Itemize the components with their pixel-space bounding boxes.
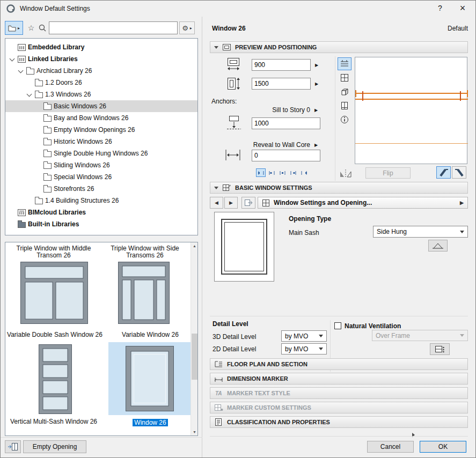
- grid-icon: [340, 73, 349, 83]
- empty-opening-button[interactable]: Empty Opening: [23, 440, 86, 453]
- anchor-position-5-button[interactable]: [299, 168, 309, 177]
- anchor-position-3-button[interactable]: [277, 168, 287, 177]
- place-empty-opening-icon-button[interactable]: [5, 440, 21, 453]
- detail-2d-select[interactable]: by MVO: [281, 343, 327, 354]
- wall-side-inside-button[interactable]: [436, 166, 451, 179]
- tree-item-storefronts[interactable]: Storefronts 26: [5, 183, 197, 195]
- library-item-label-selected[interactable]: Window 26: [107, 419, 193, 426]
- flip-button[interactable]: Flip: [365, 167, 411, 179]
- window-thumbnail-variable-window[interactable]: [118, 262, 170, 324]
- next-page-button[interactable]: ▶: [224, 197, 238, 209]
- anchor-position-2-button[interactable]: [267, 168, 276, 177]
- folder-view-button[interactable]: ▸: [5, 21, 23, 35]
- tree-item-linked-libraries[interactable]: Linked Libraries: [5, 53, 197, 65]
- window-thumbnail-vertical-multi-sash[interactable]: [39, 344, 72, 414]
- page-selector-label: Window Settings and Opening...: [274, 199, 372, 206]
- tree-item-sliding-windows[interactable]: Sliding Windows 26: [5, 159, 197, 171]
- chevron-down-icon[interactable]: [9, 56, 16, 63]
- section-basic-window-settings[interactable]: BASIC WINDOW SETTINGS: [210, 182, 468, 194]
- thumbnail-scrollbar[interactable]: ▲ ▼: [191, 242, 197, 435]
- anchor-position-4-button[interactable]: [288, 168, 298, 177]
- sill-anchor-selector[interactable]: Sill to Story 0 ▶: [240, 106, 320, 114]
- tree-item-doors[interactable]: 1.2 Doors 26: [5, 77, 197, 88]
- section-marker-text-style[interactable]: TA MARKER TEXT STYLE: [210, 387, 468, 399]
- scrollbar-thumb[interactable]: [192, 334, 197, 380]
- library-item-label[interactable]: Variable Double Sash Window 26: [5, 331, 104, 338]
- app-icon: [6, 4, 16, 13]
- height-field[interactable]: [252, 78, 311, 90]
- tree-item-windows[interactable]: 1.3 Windows 26: [5, 88, 197, 100]
- previous-page-button[interactable]: ◀: [210, 197, 223, 209]
- favorites-button[interactable]: ☆: [25, 22, 37, 34]
- chevron-spacer: [26, 197, 33, 204]
- chevron-down-icon[interactable]: [26, 91, 33, 98]
- tree-item-historic-windows[interactable]: Historic Windows 26: [5, 136, 197, 147]
- anchor-position-1-button[interactable]: [256, 168, 266, 177]
- wall-side-outside-button[interactable]: [452, 166, 466, 179]
- preview-floorplan-button[interactable]: [338, 57, 351, 70]
- section-dimension-marker[interactable]: DIMENSION MARKER: [210, 373, 468, 385]
- section-marker-custom-settings[interactable]: MARKER CUSTOM SETTINGS: [210, 402, 468, 413]
- preview-info-button[interactable]: [338, 113, 351, 126]
- tree-item-basic-windows[interactable]: Basic Windows 26: [5, 100, 197, 112]
- library-item-label[interactable]: Triple Window with Middle Transom 26: [9, 245, 99, 259]
- anchor-4-icon: [289, 169, 297, 176]
- height-flyout-button[interactable]: ▶: [312, 78, 321, 90]
- sill-height-field[interactable]: [252, 117, 320, 129]
- preview-canvas[interactable]: [355, 57, 467, 164]
- section-preview-and-positioning[interactable]: PREVIEW AND POSITIONING: [210, 41, 468, 53]
- left-footer-divider: [1, 437, 202, 438]
- help-button[interactable]: ?: [435, 4, 445, 12]
- window-thumbnail-variable-double-sash[interactable]: [20, 262, 88, 324]
- chevron-down-icon: [460, 334, 464, 337]
- chevron-down-icon[interactable]: [17, 68, 24, 75]
- sash-opening-options-button[interactable]: [428, 240, 448, 252]
- width-flyout-button[interactable]: ▶: [312, 59, 321, 71]
- reveal-depth-field[interactable]: [252, 150, 320, 161]
- cancel-button[interactable]: Cancel: [367, 441, 414, 453]
- window-thumbnail-window-26[interactable]: [126, 346, 174, 411]
- library-settings-button[interactable]: ⚙ ▸: [179, 21, 195, 34]
- tree-item-label: BIMcloud Libraries: [28, 209, 86, 216]
- ventilation-options-button[interactable]: [430, 343, 450, 355]
- preview-axonometry-button[interactable]: [338, 71, 351, 84]
- tree-item-single-double-hung-windows[interactable]: Single Double Hung Windows 26: [5, 147, 197, 159]
- tree-item-empty-window-openings[interactable]: Empty Window Openings 26: [5, 124, 197, 136]
- width-field[interactable]: [252, 59, 311, 71]
- library-item-label[interactable]: Variable Window 26: [107, 331, 193, 338]
- tree-item-bimcloud-libraries[interactable]: BIMcloud Libraries: [5, 206, 197, 218]
- detail-3d-select[interactable]: by MVO: [281, 330, 327, 342]
- wall-line-outer: [355, 93, 468, 94]
- reveal-anchor-selector[interactable]: Reveal to Wall Core ▶: [240, 141, 320, 149]
- tree-item-embedded-library[interactable]: Embedded Library: [5, 41, 197, 53]
- section-classification-and-properties[interactable]: CLASSIFICATION AND PROPERTIES: [210, 416, 468, 428]
- over-frame-select[interactable]: Over Frame: [372, 330, 468, 341]
- search-input[interactable]: [49, 21, 178, 34]
- scroll-down-button[interactable]: ▼: [191, 429, 198, 435]
- close-button[interactable]: ×: [457, 3, 468, 14]
- section-title: MARKER TEXT STYLE: [227, 390, 290, 396]
- window-jamb-mark-left: [362, 91, 363, 101]
- over-frame-value: Over Frame: [376, 332, 410, 339]
- preview-elevation-button[interactable]: [338, 99, 351, 112]
- window-jamb-mark-right: [460, 91, 461, 101]
- section-floor-plan-and-section[interactable]: FLOOR PLAN AND SECTION: [210, 358, 468, 370]
- ok-button[interactable]: OK: [420, 441, 466, 453]
- tree-item-bay-bow-windows[interactable]: Bay and Bow Windows 26: [5, 112, 197, 124]
- settings-page-selector[interactable]: Window Settings and Opening... ▶: [258, 197, 468, 209]
- natural-ventilation-checkbox[interactable]: [334, 322, 341, 329]
- preview-divider: [335, 56, 335, 181]
- tree-item-special-windows[interactable]: Special Windows 26: [5, 171, 197, 183]
- anchor-3-icon: [279, 169, 287, 176]
- tree-item-archicad-library[interactable]: Archicad Library 26: [5, 65, 197, 77]
- library-item-label[interactable]: Vertical Multi-Sash Window 26: [9, 418, 99, 425]
- ventilation-icon: [435, 345, 445, 353]
- transfer-settings-button[interactable]: [241, 197, 255, 209]
- wall-end-right: [467, 90, 468, 97]
- main-sash-select[interactable]: Side Hung: [373, 226, 468, 238]
- scroll-up-button[interactable]: ▲: [191, 242, 198, 249]
- preview-3d-button[interactable]: [338, 85, 351, 98]
- tree-item-building-structures[interactable]: 1.4 Building Structures 26: [5, 195, 197, 206]
- library-item-label[interactable]: Triple Window with Side Transoms 26: [101, 245, 189, 259]
- tree-item-built-in-libraries[interactable]: Built-in Libraries: [5, 218, 197, 230]
